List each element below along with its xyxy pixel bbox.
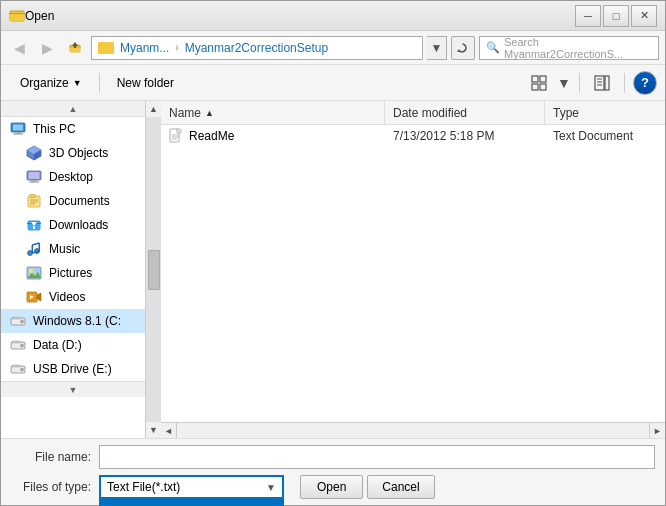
sidebar-item-music[interactable]: Music [1,237,145,261]
sidebar-scroll-up[interactable]: ▲ [1,101,145,117]
open-dialog: Open ─ □ ✕ ◀ ▶ Myanm... › Myanmar2Correc… [0,0,666,506]
filetype-dropdown[interactable]: Text File(*.txt) ▼ [99,475,284,499]
3d-icon [25,144,43,162]
scroll-up-icon: ▲ [69,104,78,114]
window-icon [9,8,25,24]
search-box[interactable]: 🔍 Search Myanmar2CorrectionS... [479,36,659,60]
svg-marker-8 [457,49,461,52]
svg-rect-9 [532,76,538,82]
usb-e-icon [9,360,27,378]
sidebar-item-desktop[interactable]: Desktop [1,165,145,189]
file-list: Name ▲ Date modified Type [161,101,665,438]
open-button[interactable]: Open [300,475,363,499]
minimize-button[interactable]: ─ [575,5,601,27]
downloads-icon [25,216,43,234]
window-title: Open [25,9,575,23]
help-button[interactable]: ? [633,71,657,95]
file-name: ReadMe [189,129,234,143]
col-header-date[interactable]: Date modified [385,101,545,124]
view-dropdown-button[interactable]: ▼ [557,69,571,97]
sidebar-item-windows[interactable]: Windows 8.1 (C: [1,309,145,333]
action-buttons: Open Cancel [300,475,435,499]
data-d-icon [9,336,27,354]
desktop-icon [25,168,43,186]
file-type: Text Document [553,129,633,143]
sidebar-scroll-thumb[interactable] [148,250,160,290]
col-header-name[interactable]: Name ▲ [161,101,385,124]
sidebar-item-usb-e[interactable]: USB Drive (E:) [1,357,145,381]
sidebar-scroll-down[interactable]: ▼ [1,381,145,397]
filetype-row: Files of type: Text File(*.txt) ▼ Text F… [11,475,655,499]
close-button[interactable]: ✕ [631,5,657,27]
sidebar-label-music: Music [49,242,80,256]
svg-rect-26 [29,172,40,179]
up-icon [68,41,82,55]
h-scroll-left[interactable]: ◄ [161,423,177,439]
refresh-icon [457,42,469,54]
search-placeholder: Search Myanmar2CorrectionS... [504,36,652,60]
sidebar-item-pictures[interactable]: Pictures [1,261,145,285]
sidebar-scroll-track[interactable] [146,117,161,422]
sidebar-item-downloads[interactable]: Downloads [1,213,145,237]
sidebar-scroll-up-arrow[interactable]: ▲ [146,101,162,117]
file-date: 7/13/2012 5:18 PM [393,129,494,143]
svg-rect-14 [605,76,609,90]
up-button[interactable] [63,36,87,60]
address-path[interactable]: Myanm... › Myanmar2CorrectionSetup [91,36,423,60]
sidebar-item-3d-objects[interactable]: 3D Objects [1,141,145,165]
sidebar-item-this-pc[interactable]: This PC [1,117,145,141]
sidebar-label-downloads: Downloads [49,218,108,232]
h-scroll-track[interactable] [177,423,649,438]
sidebar-item-videos[interactable]: Videos [1,285,145,309]
cancel-button[interactable]: Cancel [367,475,434,499]
filename-row: File name: [11,445,655,469]
svg-rect-19 [13,125,23,131]
sidebar-item-data-d[interactable]: Data (D:) [1,333,145,357]
title-bar: Open ─ □ ✕ [1,1,665,31]
dropdown-arrow-icon: ▼ [266,482,276,493]
svg-rect-7 [74,45,76,48]
window-controls: ─ □ ✕ [575,5,657,27]
view-grid-button[interactable] [525,69,553,97]
file-list-body: ReadMe 7/13/2012 5:18 PM Text Document [161,125,665,422]
file-cell-date: 7/13/2012 5:18 PM [385,129,545,143]
svg-rect-65 [177,129,181,133]
table-row[interactable]: ReadMe 7/13/2012 5:18 PM Text Document [161,125,665,147]
svg-point-53 [21,320,24,323]
music-icon [25,240,43,258]
windows-drive-icon [9,312,27,330]
h-scroll-right[interactable]: ► [649,423,665,439]
path-folder-icon [98,42,114,54]
sidebar-scroll-down-arrow[interactable]: ▼ [146,422,162,438]
main-area: ▲ This PC [1,101,665,438]
sidebar-label-documents: Documents [49,194,110,208]
organize-button[interactable]: Organize ▼ [9,69,93,97]
svg-marker-49 [37,293,41,301]
sidebar-scrollbar: ▲ ▼ [145,101,161,438]
sidebar-label-3d: 3D Objects [49,146,108,160]
sidebar-label-usb-e: USB Drive (E:) [33,362,112,376]
preview-button[interactable] [588,69,616,97]
svg-rect-54 [12,317,20,319]
svg-rect-1 [10,13,24,21]
address-bar: ◀ ▶ Myanm... › Myanmar2CorrectionSetup ▼ [1,31,665,65]
sidebar-label-videos: Videos [49,290,85,304]
address-dropdown-button[interactable]: ▼ [427,36,447,60]
col-header-type[interactable]: Type [545,101,665,124]
filename-input[interactable] [99,445,655,469]
file-list-header: Name ▲ Date modified Type [161,101,665,125]
forward-button[interactable]: ▶ [35,36,59,60]
svg-rect-13 [595,76,604,90]
back-button[interactable]: ◀ [7,36,31,60]
svg-rect-30 [30,195,35,198]
sort-arrow: ▲ [205,108,214,118]
sidebar-item-documents[interactable]: Documents [1,189,145,213]
new-folder-button[interactable]: New folder [106,69,185,97]
filetype-dropdown-list: Text File(*.txt) Microsoft Word 2003(*.d… [99,499,284,506]
svg-point-46 [29,269,33,273]
filetype-option-txt[interactable]: Text File(*.txt) [101,501,282,506]
maximize-button[interactable]: □ [603,5,629,27]
sidebar: ▲ This PC [1,101,145,438]
h-scrollbar: ◄ ► [161,422,665,438]
refresh-button[interactable] [451,36,475,60]
